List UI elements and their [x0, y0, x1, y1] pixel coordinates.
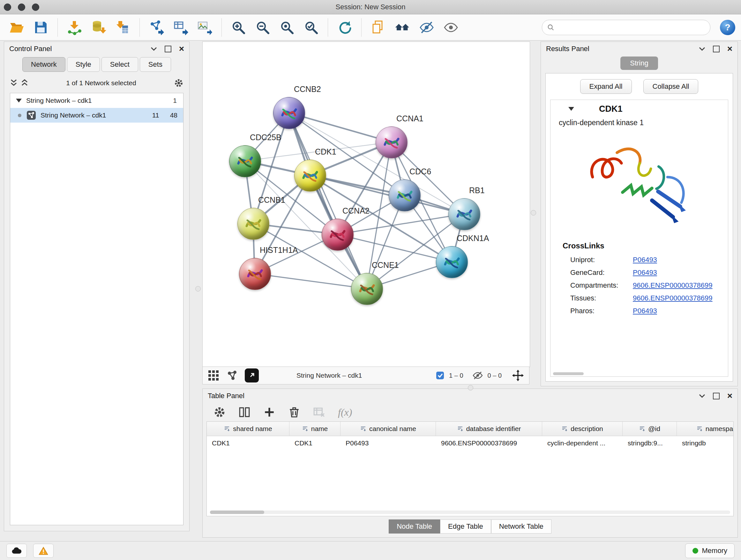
show-columns-icon[interactable] — [239, 406, 251, 418]
zoom-out-icon[interactable] — [252, 17, 273, 38]
network-node-CCNA1[interactable] — [376, 126, 408, 159]
network-edge-CCNB2-CCNE1[interactable] — [289, 113, 367, 289]
network-node-RB1[interactable] — [448, 198, 480, 230]
expand-all-button[interactable]: Expand All — [580, 79, 632, 94]
network-node-CDC6[interactable] — [389, 179, 421, 211]
protein-ribbon-thumb-icon — [381, 132, 401, 152]
birdseye-view-button[interactable] — [245, 368, 259, 382]
cloud-status-button[interactable] — [6, 544, 27, 558]
tab-style[interactable]: Style — [67, 57, 100, 72]
tab-edge-table[interactable]: Edge Table — [440, 519, 491, 534]
delete-column-icon[interactable] — [288, 406, 300, 418]
crosslink-value-link[interactable]: P06493 — [633, 307, 657, 315]
network-edge-CDK1-RB1[interactable] — [310, 175, 464, 214]
import-network-from-file-icon[interactable] — [64, 17, 85, 38]
network-node-CCNE1[interactable] — [351, 273, 383, 305]
panel-float-icon[interactable] — [699, 47, 705, 51]
sort-icon — [561, 426, 568, 432]
tab-sets[interactable]: Sets — [140, 57, 171, 72]
splitter-handle[interactable] — [468, 385, 473, 390]
network-node-CCNA2[interactable] — [322, 219, 354, 251]
splitter-handle[interactable] — [531, 210, 536, 215]
zoom-in-icon[interactable] — [227, 17, 249, 38]
panel-float-icon[interactable] — [699, 394, 705, 398]
search-input[interactable] — [557, 23, 705, 32]
return-home-icon[interactable] — [392, 17, 413, 38]
column-header--id[interactable]: @id — [623, 422, 677, 436]
help-icon[interactable]: ? — [720, 20, 735, 35]
column-header-database-identifier[interactable]: database identifier — [436, 422, 542, 436]
panel-float-icon[interactable] — [151, 47, 157, 51]
tab-network-table[interactable]: Network Table — [491, 519, 551, 534]
crosslink-row: Compartments:9606.ENSP00000378699 — [550, 279, 728, 292]
splitter-handle[interactable] — [195, 286, 201, 292]
tab-network[interactable]: Network — [22, 57, 65, 72]
protein-ribbon-thumb-icon — [300, 165, 320, 186]
hide-selected-icon[interactable] — [416, 17, 437, 38]
selected-checkbox-icon[interactable] — [435, 371, 445, 380]
collapse-all-icon[interactable] — [10, 79, 17, 87]
add-column-icon[interactable] — [263, 406, 275, 418]
network-node-CDKN1A[interactable] — [436, 246, 468, 278]
network-node-CDK1[interactable] — [294, 160, 326, 192]
crosslink-value-link[interactable]: 9606.ENSP00000378699 — [633, 281, 713, 290]
grid-view-icon[interactable] — [208, 370, 219, 381]
table-row[interactable]: CDK1CDK1P064939606.ENSP00000378699cyclin… — [207, 436, 733, 450]
import-table-from-file-icon[interactable] — [112, 17, 134, 38]
network-node-CCNB2[interactable] — [273, 97, 305, 129]
zoom-selected-icon[interactable] — [300, 17, 322, 38]
network-row[interactable]: String Network – cdk1 11 48 — [10, 108, 183, 123]
column-header-description[interactable]: description — [542, 422, 623, 436]
panel-close-icon[interactable]: × — [179, 44, 184, 53]
panel-close-icon[interactable]: × — [727, 391, 732, 400]
gene-collapse-icon[interactable] — [568, 107, 574, 111]
new-network-from-selection-icon[interactable] — [145, 17, 167, 38]
crosslink-value-link[interactable]: 9606.ENSP00000378699 — [633, 294, 713, 302]
column-header-name[interactable]: name — [289, 422, 340, 436]
control-panel-title: Control Panel — [9, 45, 151, 53]
hidden-eye-icon[interactable] — [472, 371, 483, 380]
crosslink-label: Uniprot: — [570, 256, 633, 264]
network-overview-icon[interactable] — [226, 370, 238, 381]
import-network-from-database-icon[interactable] — [88, 17, 110, 38]
column-header-namespace[interactable]: namespace — [677, 422, 734, 436]
network-edge-HIST1H1A-CCNE1[interactable] — [255, 273, 367, 289]
clone-network-icon[interactable] — [170, 17, 192, 38]
network-node-CDC25B[interactable] — [229, 145, 261, 177]
expand-all-icon[interactable] — [21, 79, 28, 87]
tab-node-table[interactable]: Node Table — [389, 519, 440, 534]
show-hidden-icon[interactable] — [440, 17, 462, 38]
crosslink-value-link[interactable]: P06493 — [633, 256, 657, 264]
crosslink-value-link[interactable]: P06493 — [633, 268, 657, 277]
network-collection-row[interactable]: String Network – cdk1 1 — [10, 93, 183, 108]
panel-close-icon[interactable]: × — [727, 44, 732, 53]
memory-button[interactable]: Memory — [685, 543, 735, 558]
collection-expand-icon[interactable] — [16, 99, 22, 103]
open-session-icon[interactable] — [6, 17, 27, 38]
open-recent-session-icon[interactable] — [367, 17, 389, 38]
panel-maximize-icon[interactable] — [165, 46, 172, 52]
results-scrollbar[interactable] — [553, 372, 584, 375]
collapse-all-button[interactable]: Collapse All — [643, 79, 698, 94]
column-header-label: shared name — [233, 425, 272, 433]
warning-icon — [39, 547, 48, 555]
network-node-HIST1H1A[interactable] — [239, 258, 271, 290]
export-image-icon[interactable] — [194, 17, 216, 38]
zoom-fit-icon[interactable] — [276, 17, 298, 38]
refresh-network-icon[interactable] — [334, 17, 355, 38]
save-session-icon[interactable] — [30, 17, 52, 38]
network-node-CCNB1[interactable] — [238, 208, 269, 240]
panel-maximize-icon[interactable] — [713, 393, 720, 399]
table-settings-gear-icon[interactable] — [213, 406, 226, 418]
warnings-button[interactable] — [33, 544, 54, 558]
tab-string[interactable]: String — [620, 57, 658, 70]
network-view-canvas[interactable]: CCNB2CCNA1CDC25BCDK1CDC6RB1CCNB1CCNA2CDK… — [202, 42, 530, 367]
search-box[interactable] — [542, 20, 711, 35]
panel-maximize-icon[interactable] — [713, 46, 720, 52]
column-header-canonical-name[interactable]: canonical name — [340, 422, 436, 436]
tab-select[interactable]: Select — [102, 57, 138, 72]
table-hscrollbar[interactable] — [210, 510, 264, 514]
column-header-shared-name[interactable]: shared name — [207, 422, 289, 436]
gear-icon[interactable] — [174, 78, 184, 88]
pan-crosshair-icon[interactable] — [512, 369, 524, 381]
